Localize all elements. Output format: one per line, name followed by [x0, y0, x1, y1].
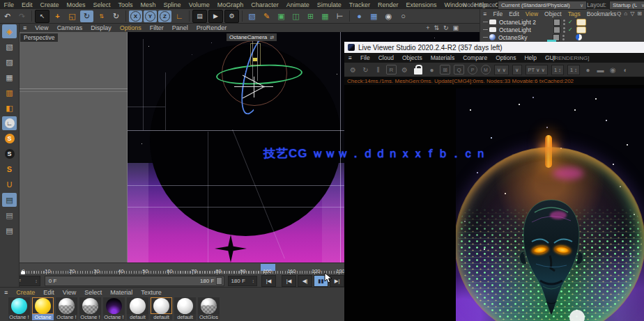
- spline-helper-button[interactable]: ⊢: [333, 10, 346, 22]
- viewport-menu-item[interactable]: ProRender: [192, 24, 231, 31]
- camera-gizmo-label[interactable]: OctaneCamera ⇄: [227, 33, 277, 41]
- rendered-image[interactable]: [456, 88, 644, 321]
- hamburger-icon[interactable]: ≡: [344, 54, 356, 61]
- end-frame-field[interactable]: 180 F ↕: [228, 276, 257, 286]
- menubar-item[interactable]: File: [0, 1, 18, 8]
- subdivision-surface-button[interactable]: ▣: [275, 10, 288, 22]
- reset-icon[interactable]: R: [386, 65, 397, 75]
- render-settings-button[interactable]: ⚙: [224, 10, 239, 23]
- pick-object-icon[interactable]: M: [481, 65, 491, 75]
- live-viewer-menu-item[interactable]: Compare: [459, 54, 491, 61]
- scale-tool[interactable]: ◱: [66, 10, 79, 22]
- octane-gear-icon[interactable]: ⚙: [347, 64, 359, 75]
- menubar-item[interactable]: Select: [89, 1, 114, 8]
- mode-palette-button[interactable]: U: [2, 178, 17, 191]
- material-item[interactable]: default: [174, 297, 196, 320]
- material-menu-item[interactable]: Material: [106, 289, 137, 296]
- live-viewer-menu-item[interactable]: Options: [491, 54, 520, 61]
- visibility-dots[interactable]: [563, 27, 565, 33]
- menubar-item[interactable]: Mesh: [137, 1, 160, 8]
- layer-checkbox[interactable]: [553, 26, 560, 33]
- material-item[interactable]: Octane: [32, 297, 54, 320]
- node-space-dropdown[interactable]: Current (Standard/Physical) ∨: [498, 1, 587, 10]
- layer-checkbox[interactable]: [553, 19, 560, 26]
- denoise-icon[interactable]: ●: [582, 64, 594, 75]
- z-axis-lock-button[interactable]: Z: [158, 10, 171, 22]
- redo-button[interactable]: ↷: [15, 10, 29, 22]
- hamburger-icon[interactable]: ≡: [19, 24, 31, 31]
- render-to-picture-viewer-button[interactable]: ▶: [208, 10, 223, 23]
- mode-palette-button[interactable]: ▤: [2, 193, 17, 207]
- x-axis-lock-button[interactable]: X: [129, 10, 142, 22]
- mode-palette-button[interactable]: ◈: [2, 24, 17, 38]
- maximize-view-icon[interactable]: ▣: [452, 24, 459, 31]
- cluster-button[interactable]: ▦: [319, 10, 332, 22]
- object-manager-menu-item[interactable]: Tags: [565, 10, 583, 17]
- viewport-menu-item[interactable]: Panel: [168, 24, 192, 31]
- search-icon[interactable]: Q: [617, 10, 621, 17]
- menubar-item[interactable]: Render: [374, 1, 402, 8]
- menubar-item[interactable]: Volume: [185, 1, 213, 8]
- tonemap-icon[interactable]: ◐: [620, 64, 631, 75]
- add-icon[interactable]: ⊞: [637, 10, 642, 17]
- kernel-dropdown[interactable]: PT ∨ ∨: [526, 65, 549, 75]
- enable-check-icon[interactable]: ✓: [568, 19, 574, 25]
- live-viewer-canvas[interactable]: [344, 85, 644, 321]
- goto-start-button[interactable]: |◀: [261, 275, 276, 287]
- material-item[interactable]: Octane !: [103, 297, 125, 320]
- stepper-icon[interactable]: ↕: [574, 67, 577, 73]
- undo-button[interactable]: ↶: [1, 10, 14, 22]
- menubar-item[interactable]: Create: [36, 1, 63, 8]
- symmetry-button[interactable]: ◫: [289, 10, 302, 22]
- live-viewer-menu-item[interactable]: Cloud: [374, 54, 398, 61]
- range-slider-handle[interactable]: [216, 277, 222, 285]
- object-row[interactable]: OctaneSky: [480, 33, 644, 41]
- enable-check-icon[interactable]: ✓: [568, 26, 574, 33]
- pick-material-icon[interactable]: P: [468, 65, 477, 75]
- object-row[interactable]: OctaneLight 2 ✓: [480, 18, 644, 26]
- material-menu-item[interactable]: Texture: [137, 289, 166, 296]
- home-icon[interactable]: ⌂: [624, 10, 627, 17]
- viewport-menu-item[interactable]: Cameras: [53, 24, 87, 31]
- layout-dropdown[interactable]: Startup (User) ∨: [609, 1, 644, 10]
- resolution-dropdown[interactable]: ∨: [512, 65, 522, 75]
- add-light-button[interactable]: ○: [397, 10, 410, 22]
- live-viewer-menu-item[interactable]: Materials: [427, 54, 459, 61]
- pause-render-icon[interactable]: ‖: [372, 64, 384, 75]
- material-item[interactable]: Octane !: [8, 297, 30, 320]
- stepper-icon[interactable]: ↕: [35, 279, 38, 283]
- sky-tag-icon[interactable]: [576, 34, 582, 40]
- live-viewer-menu-item[interactable]: Objects: [398, 54, 427, 61]
- mode-palette-button[interactable]: S: [2, 147, 17, 161]
- filter-icon[interactable]: ▽: [630, 10, 634, 17]
- camera-icon[interactable]: ◉: [607, 64, 619, 75]
- render-view-button[interactable]: ▤: [192, 10, 207, 23]
- mode-palette-button[interactable]: S: [2, 132, 17, 146]
- samples-field[interactable]: 1 ↕: [551, 65, 564, 75]
- material-item[interactable]: Octane !: [56, 297, 77, 320]
- hamburger-icon[interactable]: ≡: [0, 289, 12, 296]
- add-cube-button[interactable]: ▧: [245, 10, 259, 22]
- object-manager-menu-item[interactable]: Edit: [506, 10, 523, 17]
- menubar-item[interactable]: Spline: [160, 1, 185, 8]
- camera-dropdown[interactable]: ∨ ∨: [494, 65, 509, 75]
- material-item[interactable]: Octane !: [79, 297, 101, 320]
- mode-palette-button[interactable]: ∟: [2, 116, 17, 130]
- material-menu-item[interactable]: View: [59, 289, 80, 296]
- menubar-item[interactable]: Tracker: [345, 1, 374, 8]
- lock-resolution-icon[interactable]: [414, 68, 422, 75]
- object-manager-menu-item[interactable]: Object: [542, 10, 565, 17]
- viewport-menu-item[interactable]: Options: [116, 24, 146, 31]
- frame-range-slider[interactable]: 0 F 180 F: [45, 276, 225, 286]
- material-menu-item[interactable]: Select: [80, 289, 106, 296]
- y-axis-lock-button[interactable]: Y: [144, 10, 157, 22]
- live-viewer-menu-item[interactable]: File: [356, 54, 374, 61]
- timeline-ruler[interactable]: 0102030405060708090100110120130: [0, 263, 344, 275]
- stepper-icon[interactable]: ↕: [558, 67, 561, 73]
- viewport-menu-item[interactable]: Display: [86, 24, 116, 31]
- material-item[interactable]: default: [127, 297, 148, 320]
- add-camera-button[interactable]: ◉: [382, 10, 395, 22]
- dolly-icon[interactable]: ⇅: [434, 24, 439, 31]
- render-region-icon[interactable]: ●: [426, 64, 438, 75]
- camera-object[interactable]: [250, 43, 261, 65]
